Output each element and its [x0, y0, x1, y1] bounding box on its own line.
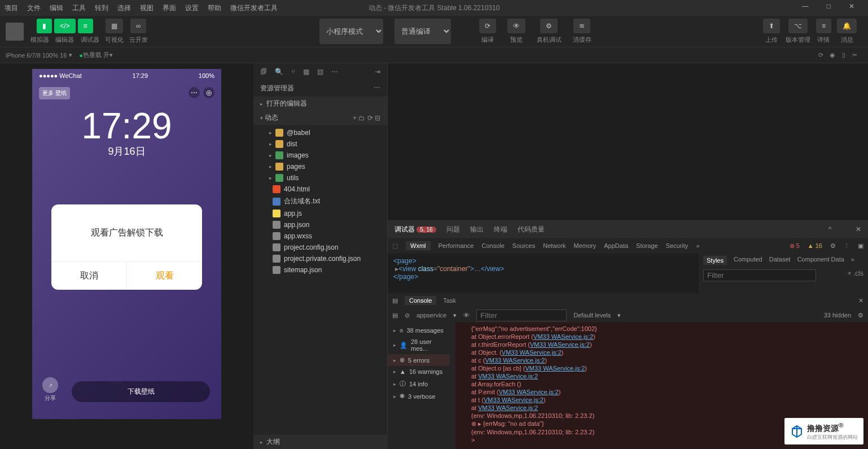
tool-performance[interactable]: Performance: [439, 242, 474, 249]
capsule-close-icon[interactable]: ◎: [203, 87, 214, 98]
more-tools-icon[interactable]: »: [696, 242, 699, 249]
real-debug-button[interactable]: ⚙: [540, 19, 558, 33]
cut-icon[interactable]: ✂: [851, 51, 859, 59]
menu-item[interactable]: 转到: [95, 3, 108, 13]
tree-node[interactable]: ▸images: [253, 150, 387, 161]
gear-icon[interactable]: ⚙: [858, 312, 863, 319]
clear-cache-button[interactable]: ≋: [573, 19, 590, 33]
download-button[interactable]: 下载壁纸: [72, 381, 210, 402]
ext-icon[interactable]: ▦: [303, 68, 309, 76]
device-info[interactable]: iPhone 6/7/8 100% 16: [6, 52, 67, 59]
more-icon[interactable]: ⋮: [844, 242, 850, 250]
menu-item[interactable]: 选择: [117, 3, 131, 13]
gear-icon[interactable]: ⚙: [830, 242, 836, 250]
editor-button[interactable]: </>: [54, 19, 75, 33]
console-filter-item[interactable]: ▸👤28 user mes...: [388, 336, 455, 354]
simulator-button[interactable]: ▮: [37, 19, 52, 33]
menu-item[interactable]: 设置: [185, 3, 199, 13]
dialog-ok-button[interactable]: 观看: [127, 262, 202, 290]
hidden-count[interactable]: 33 hidden: [824, 312, 851, 319]
tree-node[interactable]: app.js: [253, 208, 387, 219]
close-icon[interactable]: ✕: [856, 225, 861, 233]
close-drawer-icon[interactable]: ✕: [858, 297, 863, 304]
tree-node[interactable]: ▸pages: [253, 161, 387, 172]
sidebar-toggle-icon[interactable]: ▤: [392, 312, 398, 319]
collapse-icon[interactable]: ⇥: [375, 68, 380, 76]
levels-select[interactable]: Default levels: [573, 312, 611, 319]
tree-node[interactable]: 404.html: [253, 184, 387, 195]
dialog-cancel-button[interactable]: 取消: [51, 262, 127, 290]
menu-item[interactable]: 项目: [5, 3, 18, 13]
sidebar-toggle-icon[interactable]: ▤: [392, 297, 398, 304]
more-wallpaper[interactable]: 更多 壁纸: [39, 87, 70, 99]
tree-node[interactable]: 合法域名.txt: [253, 195, 387, 208]
upload-button[interactable]: ⬆: [763, 19, 780, 33]
avatar[interactable]: [6, 23, 24, 41]
tree-node[interactable]: ▸dist: [253, 138, 387, 150]
console-filter[interactable]: [476, 309, 567, 321]
compile-select[interactable]: 普通编译: [394, 19, 451, 44]
outline[interactable]: 大纲: [266, 437, 280, 447]
tool-security[interactable]: Security: [666, 242, 689, 249]
open-editors[interactable]: 打开的编辑器: [266, 99, 307, 108]
minimize-icon[interactable]: —: [802, 2, 809, 10]
visual-button[interactable]: ▦: [106, 19, 123, 33]
tab-codequality[interactable]: 代码质量: [518, 225, 545, 234]
share-button[interactable]: ↗分享: [42, 377, 58, 402]
tab-dataset[interactable]: Dataset: [769, 256, 791, 265]
context-select[interactable]: appservice: [417, 312, 446, 319]
close-icon[interactable]: ✕: [849, 2, 854, 10]
phone-screen[interactable]: ●●●●● WeChat17:29100% 更多 壁纸 ⋯◎ 17:299月16…: [32, 69, 221, 419]
menu-item[interactable]: 帮助: [208, 3, 221, 13]
tool-memory[interactable]: Memory: [574, 242, 597, 249]
tab-debugger[interactable]: 调试器 5, 16: [394, 225, 436, 234]
console-filter-item[interactable]: ▸ⓘ14 info: [388, 377, 455, 390]
dock-icon[interactable]: ▣: [858, 242, 863, 250]
console-filter-item[interactable]: ▸⊗5 errors: [388, 354, 450, 366]
tab-styles[interactable]: Styles: [703, 256, 727, 265]
menu-item[interactable]: 文件: [27, 3, 41, 13]
tree-node[interactable]: app.json: [253, 219, 387, 230]
tool-wxml[interactable]: Wxml: [406, 241, 431, 250]
debugger-button[interactable]: ≡: [78, 19, 93, 33]
tool-network[interactable]: Network: [543, 242, 565, 249]
menu-item[interactable]: 界面: [163, 3, 176, 13]
phone-icon[interactable]: ▯: [840, 51, 848, 59]
tool-appdata[interactable]: AppData: [604, 242, 628, 249]
message-button[interactable]: 🔔: [837, 19, 857, 33]
tool-sources[interactable]: Sources: [512, 242, 535, 249]
tool-console[interactable]: Console: [481, 242, 504, 249]
list-icon[interactable]: ▤: [317, 68, 323, 76]
refresh-icon[interactable]: ⟳: [817, 51, 825, 59]
menu-item[interactable]: 视图: [140, 3, 154, 13]
inspect-icon[interactable]: ⬚: [392, 242, 398, 250]
hot-reload[interactable]: 热重载 开: [83, 51, 109, 59]
clear-icon[interactable]: ⊘: [405, 312, 410, 319]
detail-button[interactable]: ≡: [816, 19, 831, 33]
console-filter-item[interactable]: ▸❋3 verbose: [388, 390, 455, 402]
tab-output[interactable]: 输出: [470, 225, 484, 234]
tab-task[interactable]: Task: [443, 297, 456, 304]
tool-storage[interactable]: Storage: [636, 242, 658, 249]
project-name[interactable]: 动态: [265, 114, 278, 121]
eye-icon[interactable]: 👁: [463, 312, 470, 319]
compile-button[interactable]: ⟳: [479, 19, 496, 33]
console-filter-item[interactable]: ▸≡38 messages: [388, 325, 455, 336]
tab-terminal[interactable]: 终端: [494, 225, 507, 234]
search-icon[interactable]: 🔍: [275, 68, 283, 76]
tree-node[interactable]: ▸utils: [253, 172, 387, 184]
record-icon[interactable]: ◉: [828, 51, 836, 59]
tree-node[interactable]: sitemap.json: [253, 264, 387, 276]
error-count[interactable]: ⊗ 5: [790, 242, 800, 250]
more-icon[interactable]: ⋯: [374, 84, 380, 93]
preview-button[interactable]: 👁: [507, 19, 525, 33]
tree-node[interactable]: project.private.config.json: [253, 253, 387, 264]
chevron-up-icon[interactable]: ^: [828, 225, 832, 233]
tab-computed[interactable]: Computed: [734, 256, 762, 265]
branch-icon[interactable]: ⑂: [291, 68, 295, 76]
cloud-button[interactable]: ∞: [130, 19, 147, 33]
tab-problems[interactable]: 问题: [446, 225, 460, 234]
styles-filter[interactable]: [703, 269, 816, 281]
tree-node[interactable]: ▸@babel: [253, 127, 387, 138]
mode-select[interactable]: 小程序模式: [319, 19, 383, 44]
